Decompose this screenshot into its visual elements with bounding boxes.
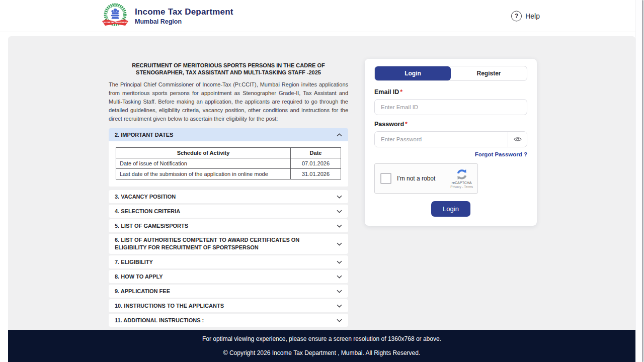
forgot-password-link[interactable]: Forgot Password ? [374,151,527,157]
accordion-header-additional-instructions[interactable]: 11. ADDITIONAL INSTRUCTIONS : [109,314,348,327]
login-submit-button[interactable]: Login [431,201,470,217]
auth-tabs: Login Register [374,66,527,81]
accordion-label: 7. ELIGIBILITY [115,258,153,266]
chevron-down-icon [337,319,342,322]
accordion-header-vacancy-position[interactable]: 3. VACANCY POSITION [109,190,348,203]
chevron-down-icon [337,275,342,279]
accordion-label: 6. LIST OF AUTHORITIES COMPETENT TO AWAR… [115,236,332,251]
password-block: Password* [374,121,527,147]
scrollbar[interactable] [635,0,644,362]
help-icon: ? [511,11,522,21]
date-cell: 07.01.2026 [291,158,341,169]
svg-text:INCOME TAX DEPARTMENT: INCOME TAX DEPARTMENT [104,22,128,24]
column-header-date: Date [291,148,341,158]
accordion-body-important-dates: Schedule of Activity Date Date of issue … [109,141,348,187]
login-card: Login Register Email ID* Password* [365,59,537,226]
brand-text: Income Tax Department Mumbai Region [135,7,233,25]
accordion-header-authorities[interactable]: 6. LIST OF AUTHORITIES COMPETENT TO AWAR… [109,234,348,254]
chevron-down-icon [337,195,342,199]
email-label-text: Email ID [374,88,399,96]
password-label-text: Password [374,121,404,128]
chevron-down-icon [337,224,342,228]
email-block: Email ID* [374,88,527,115]
page-footer: For optimal viewing experience, please e… [8,330,635,362]
scrollbar-thumb[interactable] [642,0,643,362]
activity-cell: Last date of the submission of the appli… [116,169,291,179]
app-title: Income Tax Department [135,7,233,17]
app-header: INCOME TAX DEPARTMENT Income Tax Departm… [0,0,644,32]
table-row: Last date of the submission of the appli… [116,169,341,179]
password-label: Password* [374,121,527,128]
accordion-header-how-to-apply[interactable]: 8. HOW TO APPLY [109,270,348,283]
email-label: Email ID* [374,88,527,96]
password-toggle-button[interactable] [508,132,527,147]
recaptcha-brand-text: reCAPTCHA [452,181,472,185]
income-tax-dept-logo-icon: INCOME TAX DEPARTMENT [100,2,130,30]
activity-cell: Date of issue of Notification [116,158,291,169]
recaptcha-privacy-terms-link[interactable]: Privacy - Terms [450,185,473,189]
accordion-header-application-fee[interactable]: 9. APPLICATION FEE [109,285,348,298]
tab-register[interactable]: Register [451,66,527,80]
tab-login[interactable]: Login [375,66,451,80]
notice-title: RECRUITMENT OF MERITORIOUS SPORTS PERSON… [109,62,348,76]
required-marker: * [400,88,403,96]
accordion-header-games-sports[interactable]: 5. LIST OF GAMES/SPORTS [109,219,348,232]
accordion-label: 11. ADDITIONAL INSTRUCTIONS : [115,317,204,324]
accordion-label: 4. SELECTION CRITERIA [115,208,180,215]
required-marker: * [405,121,408,128]
accordion-header-selection-criteria[interactable]: 4. SELECTION CRITERIA [109,205,348,218]
accordion-header-instructions[interactable]: 10. INSTRUCTIONS TO THE APPLICANTS [109,299,348,312]
date-cell: 31.01.2026 [291,169,341,179]
email-field[interactable] [374,99,527,115]
recaptcha-brand: reCAPTCHA Privacy - Terms [450,168,473,189]
page: INCOME TAX DEPARTMENT Income Tax Departm… [0,0,644,362]
chevron-down-icon [337,290,342,293]
recaptcha-widget: I'm not a robot reCAPTCHA Privacy - Term… [374,163,478,194]
content-panel: RECRUITMENT OF MERITORIOUS SPORTS PERSON… [8,36,635,330]
accordion-list: 3. VACANCY POSITION 4. SELECTION CRITERI… [109,190,348,327]
accordion-label: 2. IMPORTANT DATES [115,132,173,138]
chevron-down-icon [337,210,342,213]
help-label: Help [525,12,540,20]
accordion-header-eligibility[interactable]: 7. ELIGIBILITY [109,255,348,268]
recaptcha-swirl-icon [456,168,468,180]
accordion-label: 8. HOW TO APPLY [115,273,163,281]
brand: INCOME TAX DEPARTMENT Income Tax Departm… [100,2,233,30]
table-row: Date of issue of Notification 07.01.2026 [116,158,341,169]
chevron-down-icon [337,242,342,246]
column-header-activity: Schedule of Activity [116,148,291,158]
help-button[interactable]: ? Help [511,11,540,21]
notice-intro: The Principal Chief Commissioner of Inco… [109,80,348,123]
password-field-wrap [374,131,527,147]
accordion-header-important-dates[interactable]: 2. IMPORTANT DATES [109,128,348,141]
chevron-down-icon [337,260,342,264]
important-dates-table: Schedule of Activity Date Date of issue … [116,147,341,179]
footer-resolution-note: For optimal viewing experience, please e… [8,335,635,342]
accordion-label: 9. APPLICATION FEE [115,288,170,295]
chevron-up-icon [337,133,342,137]
chevron-down-icon [337,304,342,308]
notice-section: RECRUITMENT OF MERITORIOUS SPORTS PERSON… [109,62,348,328]
accordion-important-dates: 2. IMPORTANT DATES Schedule of Activity … [109,128,348,187]
accordion-label: 10. INSTRUCTIONS TO THE APPLICANTS [115,302,224,310]
app-subtitle: Mumbai Region [135,18,233,25]
accordion-label: 3. VACANCY POSITION [115,193,176,201]
recaptcha-checkbox[interactable] [380,173,391,184]
recaptcha-label: I'm not a robot [397,175,435,182]
table-header-row: Schedule of Activity Date [116,148,341,158]
eye-icon [514,136,522,142]
password-field[interactable] [375,132,508,147]
accordion-label: 5. LIST OF GAMES/SPORTS [115,222,188,230]
footer-copyright: © Copyright 2026 Income Tax Department ,… [8,349,635,356]
